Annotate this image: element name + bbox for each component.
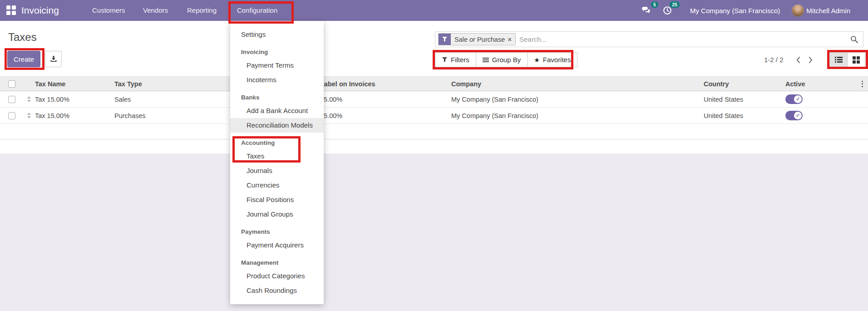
star-icon: ★	[534, 56, 540, 64]
search-facet-sale-or-purchase: SaleorPurchase ×	[438, 33, 516, 45]
chat-icon	[641, 5, 651, 15]
optional-columns-icon[interactable]	[862, 77, 863, 91]
top-navbar: Invoicing Customers Vendors Reporting Co…	[0, 0, 868, 21]
filters-button[interactable]: Filters	[435, 52, 476, 67]
pager-next-icon[interactable]	[807, 56, 814, 64]
pager: 1-2 / 2	[764, 52, 814, 67]
column-header-label-on-invoices[interactable]: Label on Invoices	[320, 77, 375, 91]
export-button[interactable]	[45, 51, 62, 67]
cell-tax-name: Tax 15.00%	[35, 91, 69, 107]
menu-item-taxes[interactable]: Taxes	[230, 149, 324, 163]
menu-item-journals[interactable]: Journals	[230, 163, 324, 178]
cell-tax-type: Purchases	[114, 108, 146, 123]
nav-item-customers[interactable]: Customers	[92, 0, 125, 21]
cell-country: United States	[704, 108, 743, 123]
menu-item-add-a-bank-account[interactable]: Add a Bank Account	[230, 104, 324, 118]
search-icon[interactable]	[850, 35, 858, 44]
menu-item-currencies[interactable]: Currencies	[230, 178, 324, 193]
nav-item-vendors[interactable]: Vendors	[143, 0, 168, 21]
menu-section-banks: Banks	[230, 92, 324, 104]
menu-item-product-categories[interactable]: Product Categories	[230, 269, 324, 283]
column-header-active[interactable]: Active	[785, 77, 805, 91]
check-icon: ✓	[794, 112, 802, 119]
active-toggle[interactable]: ✓	[785, 94, 803, 104]
favorites-button[interactable]: ★ Favorites	[527, 52, 577, 67]
app-brand[interactable]: Invoicing	[21, 0, 59, 21]
user-avatar[interactable]	[792, 5, 804, 17]
table-row[interactable]: Tax 15.00% Sales 15.00% My Company (San …	[0, 91, 868, 108]
facet-remove-icon[interactable]: ×	[508, 34, 515, 45]
column-header-country[interactable]: Country	[704, 77, 729, 91]
facet-label: SaleorPurchase	[451, 34, 508, 45]
page-background	[0, 153, 868, 311]
page-title: Taxes	[8, 31, 37, 44]
menu-item-settings[interactable]: Settings	[230, 27, 324, 42]
download-icon	[50, 55, 57, 63]
funnel-icon	[442, 57, 448, 63]
drag-handle-icon[interactable]	[27, 96, 31, 102]
menu-item-fiscal-positions[interactable]: Fiscal Positions	[230, 193, 324, 207]
navbar-right: 5 25 My Company (San Francisco) Mitchell…	[641, 0, 850, 21]
activities-badge: 25	[670, 1, 680, 8]
user-menu[interactable]: Mitchell Admin	[806, 7, 850, 15]
apps-grid-icon[interactable]	[6, 5, 16, 15]
pager-range: 1-2 / 2	[764, 56, 784, 64]
menu-item-incoterms[interactable]: Incoterms	[230, 73, 324, 87]
configuration-dropdown: Settings Invoicing Payment Terms Incoter…	[230, 21, 324, 304]
view-switcher	[829, 52, 865, 67]
filter-facet-icon	[439, 34, 451, 45]
messages-badge: 5	[651, 1, 658, 8]
check-icon: ✓	[794, 95, 802, 103]
row-checkbox[interactable]	[8, 112, 15, 119]
column-header-tax-type[interactable]: Tax Type	[114, 77, 142, 91]
search-bar: SaleorPurchase ×	[435, 31, 863, 47]
select-all-checkbox[interactable]	[8, 80, 15, 88]
row-checkbox[interactable]	[8, 96, 15, 103]
menu-section-accounting: Accounting	[230, 137, 324, 149]
nav-item-reporting[interactable]: Reporting	[187, 0, 217, 21]
menu-section-invoicing: Invoicing	[230, 46, 324, 58]
menu-item-reconciliation-models[interactable]: Reconciliation Models	[230, 118, 324, 133]
menu-section-management: Management	[230, 257, 324, 269]
search-input[interactable]	[519, 35, 774, 43]
cell-tax-type: Sales	[114, 91, 131, 107]
activities-button[interactable]: 25	[662, 5, 674, 16]
kanban-view-icon	[853, 56, 860, 64]
cell-country: United States	[704, 91, 743, 107]
drag-handle-icon[interactable]	[27, 113, 31, 118]
table-header-row: Tax Name Tax Type Label on Invoices Comp…	[0, 76, 868, 91]
cell-company: My Company (San Francisco)	[451, 108, 538, 123]
column-header-company[interactable]: Company	[451, 77, 481, 91]
list-view-button[interactable]	[829, 52, 848, 67]
empty-table-row	[0, 124, 868, 139]
company-switcher[interactable]: My Company (San Francisco)	[690, 7, 780, 15]
bars-icon	[483, 57, 489, 63]
nav-item-configuration[interactable]: Configuration	[237, 0, 277, 21]
list-view-icon	[835, 56, 843, 63]
create-button[interactable]: Create	[7, 51, 40, 67]
menu-section-payments: Payments	[230, 226, 324, 238]
kanban-view-button[interactable]	[847, 52, 865, 67]
messages-button[interactable]: 5	[641, 5, 652, 16]
cell-company: My Company (San Francisco)	[451, 91, 538, 107]
table-row[interactable]: Tax 15.00% Purchases 15.00% My Company (…	[0, 108, 868, 124]
menu-item-journal-groups[interactable]: Journal Groups	[230, 207, 324, 222]
pager-previous-icon[interactable]	[794, 56, 802, 64]
menu-item-payment-terms[interactable]: Payment Terms	[230, 58, 324, 73]
group-by-button[interactable]: Group By	[476, 52, 528, 67]
search-options: Filters Group By ★ Favorites	[435, 52, 577, 67]
menu-item-cash-roundings[interactable]: Cash Roundings	[230, 283, 324, 298]
active-toggle[interactable]: ✓	[785, 111, 803, 120]
cell-tax-name: Tax 15.00%	[35, 108, 69, 123]
column-header-tax-name[interactable]: Tax Name	[35, 77, 65, 91]
menu-item-payment-acquirers[interactable]: Payment Acquirers	[230, 238, 324, 252]
